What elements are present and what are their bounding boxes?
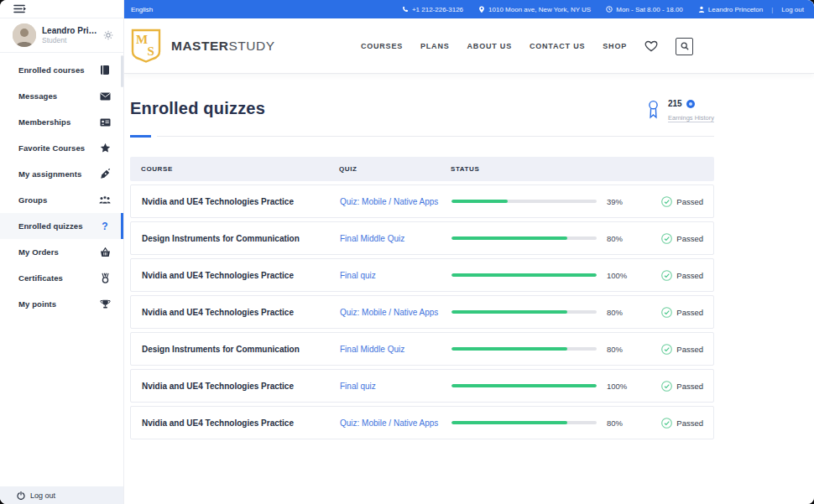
sidebar-item-enrolled-quizzes[interactable]: Enrolled quizzes ? xyxy=(0,213,123,239)
settings-gear-icon[interactable] xyxy=(103,30,113,40)
person-icon xyxy=(698,6,705,13)
nav-courses[interactable]: COURSES xyxy=(361,42,403,50)
sidebar-item-label: Certificates xyxy=(18,273,63,283)
points-value: 215 xyxy=(668,99,682,108)
quiz-link[interactable]: Final quiz xyxy=(340,382,451,391)
collapse-sidebar-icon[interactable] xyxy=(13,4,27,13)
progress-fill xyxy=(451,273,597,277)
nav-shop[interactable]: SHOP xyxy=(603,42,627,50)
page-content: Enrolled quizzes 215 Earnings History xyxy=(124,74,814,439)
sidebar-item-certificates[interactable]: Certificates xyxy=(0,265,123,291)
course-name: Design Instruments for Communication xyxy=(142,345,340,354)
sidebar-item-memberships[interactable]: Memberships xyxy=(0,109,123,135)
quiz-link[interactable]: Quiz: Mobile / Native Apps xyxy=(340,308,451,317)
progress-bar xyxy=(451,421,597,424)
course-name: Nvidia and UE4 Technologies Practice xyxy=(142,197,340,206)
phone-number: +1 212-226-3126 xyxy=(412,6,463,13)
title-divider xyxy=(130,135,714,138)
progress-fill xyxy=(451,421,567,424)
sidebar-item-my-points[interactable]: My points xyxy=(0,291,123,317)
sidebar-item-enrolled-courses[interactable]: Enrolled courses xyxy=(0,57,123,83)
column-course: COURSE xyxy=(141,165,339,173)
star-icon xyxy=(99,143,111,153)
table-row: Nvidia and UE4 Technologies Practice Qui… xyxy=(130,406,714,439)
status-cell: 80% Passed xyxy=(451,233,713,244)
check-circle-icon xyxy=(661,270,672,281)
topbar-logout-link[interactable]: Log out xyxy=(781,6,804,13)
sidebar-user-card: Leandro Prince... Student xyxy=(0,18,123,53)
main-nav: COURSES PLANS ABOUT US CONTACT US SHOP xyxy=(361,18,693,74)
status-badge: Passed xyxy=(661,233,703,244)
top-info-bar: English +1 212-226-3126 1010 Moon ave, N… xyxy=(124,0,814,18)
check-circle-icon xyxy=(661,307,672,318)
sidebar-item-my-assignments[interactable]: My assignments xyxy=(0,161,123,187)
sidebar-item-label: Enrolled quizzes xyxy=(18,221,83,231)
status-label: Passed xyxy=(676,382,703,391)
nav-contact-us[interactable]: CONTACT US xyxy=(530,42,585,50)
earnings-widget: 215 Earnings History xyxy=(647,99,714,123)
search-icon xyxy=(681,42,689,50)
progress-bar xyxy=(451,384,597,387)
map-pin-icon xyxy=(478,6,485,13)
status-cell: 100% Passed xyxy=(451,270,713,281)
avatar[interactable] xyxy=(13,23,36,47)
wishlist-heart-icon[interactable] xyxy=(644,40,658,52)
site-header: M S MASTERSTUDY COURSES PLANS ABOUT US C… xyxy=(124,18,814,74)
topbar-user-name: Leandro Princeton xyxy=(708,6,763,13)
medal-icon xyxy=(99,273,111,283)
progress-percent: 80% xyxy=(607,308,635,317)
course-name: Design Instruments for Communication xyxy=(142,234,340,243)
check-circle-icon xyxy=(661,381,672,392)
sidebar-item-label: My Orders xyxy=(18,247,59,257)
course-name: Nvidia and UE4 Technologies Practice xyxy=(142,418,340,428)
status-label: Passed xyxy=(676,197,703,206)
logo[interactable]: M S MASTERSTUDY xyxy=(130,29,275,63)
quiz-link[interactable]: Quiz: Mobile / Native Apps xyxy=(340,418,451,428)
basket-icon xyxy=(99,247,111,257)
page-title: Enrolled quizzes xyxy=(130,99,265,118)
topbar-user[interactable]: Leandro Princeton xyxy=(698,6,763,13)
nav-about-us[interactable]: ABOUT US xyxy=(467,42,512,50)
sidebar-scrollbar[interactable] xyxy=(121,55,123,87)
quizzes-table: COURSE QUIZ STATUS Nvidia and UE4 Techno… xyxy=(130,157,714,439)
sidebar-logout[interactable]: Log out xyxy=(0,486,123,504)
table-row: Nvidia and UE4 Technologies Practice Qui… xyxy=(130,184,714,218)
sidebar-item-label: My points xyxy=(18,299,56,309)
logo-letter-m: M xyxy=(136,33,148,46)
quiz-link[interactable]: Final quiz xyxy=(340,271,451,280)
status-cell: 80% Passed xyxy=(451,418,713,429)
sidebar: Leandro Prince... Student Enrolled cours… xyxy=(0,0,124,504)
envelope-icon xyxy=(99,92,111,101)
sidebar-item-favorite-courses[interactable]: Favorite Courses xyxy=(0,135,123,161)
check-circle-icon xyxy=(661,196,672,207)
quiz-link[interactable]: Quiz: Mobile / Native Apps xyxy=(340,197,451,206)
progress-percent: 80% xyxy=(607,234,635,243)
topbar-address: 1010 Moon ave, New York, NY US xyxy=(478,6,591,13)
quiz-link[interactable]: Final Middle Quiz xyxy=(340,345,451,354)
sidebar-item-my-orders[interactable]: My Orders xyxy=(0,239,123,265)
progress-bar xyxy=(451,310,597,314)
table-row: Design Instruments for Communication Fin… xyxy=(130,221,714,255)
language-selector[interactable]: English xyxy=(131,6,153,13)
nav-plans[interactable]: PLANS xyxy=(420,42,450,50)
status-label: Passed xyxy=(676,418,703,428)
sidebar-item-label: Messages xyxy=(18,91,57,101)
status-label: Passed xyxy=(676,345,703,354)
logo-shield-icon: M S xyxy=(130,29,162,63)
status-badge: Passed xyxy=(661,196,703,207)
sidebar-item-label: Groups xyxy=(18,195,47,205)
sidebar-menu: Enrolled courses Messages Memberships Fa… xyxy=(0,53,123,317)
logo-wordmark: MASTERSTUDY xyxy=(171,39,275,54)
quiz-link[interactable]: Final Middle Quiz xyxy=(340,234,451,243)
earnings-history-link[interactable]: Earnings History xyxy=(668,114,714,122)
progress-percent: 80% xyxy=(607,418,635,428)
sidebar-item-messages[interactable]: Messages xyxy=(0,83,123,109)
course-name: Nvidia and UE4 Technologies Practice xyxy=(142,382,340,391)
table-header: COURSE QUIZ STATUS xyxy=(130,157,714,181)
sidebar-item-groups[interactable]: Groups xyxy=(0,187,123,213)
search-button[interactable] xyxy=(676,38,693,55)
sidebar-top xyxy=(0,0,123,18)
sidebar-user-info: Leandro Prince... Student xyxy=(42,26,97,44)
status-cell: 80% Passed xyxy=(451,344,713,355)
user-name: Leandro Prince... xyxy=(42,26,97,35)
